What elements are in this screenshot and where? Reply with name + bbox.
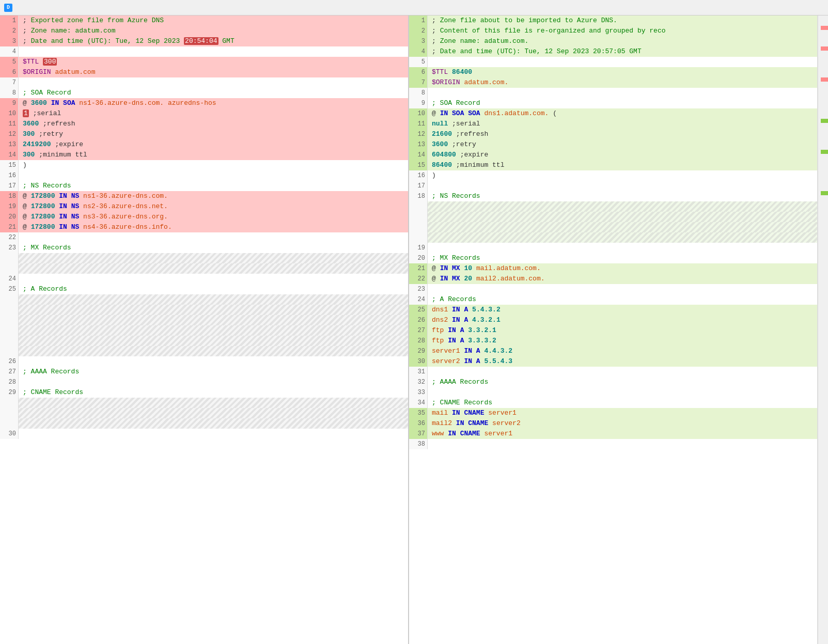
line-content	[19, 253, 408, 263]
scrollbar-marker-5	[821, 150, 828, 154]
line-number: 23	[0, 243, 19, 253]
diff-line: 32; AAAA Records	[409, 377, 817, 387]
line-content: server1 IN A 4.4.3.2	[428, 346, 817, 356]
diff-line: 5	[409, 57, 817, 67]
line-number: 14	[0, 150, 19, 160]
diff-line	[409, 222, 817, 232]
line-content: dns2 IN A 4.3.2.1	[428, 315, 817, 325]
diff-line: 13 3600 ;retry	[409, 139, 817, 150]
line-content: 300 ;minimum ttl	[19, 150, 408, 160]
line-number: 4	[409, 46, 428, 57]
app-icon: D	[4, 4, 12, 12]
line-content: ftp IN A 3.3.3.2	[428, 336, 817, 346]
diff-line: 24; A Records	[409, 294, 817, 305]
line-number: 24	[409, 294, 428, 305]
diff-line: 24	[0, 274, 408, 284]
line-number	[0, 408, 19, 418]
line-content	[19, 170, 408, 181]
line-content: ; AAAA Records	[428, 377, 817, 387]
line-number	[0, 346, 19, 356]
line-content	[428, 222, 817, 232]
line-content	[19, 294, 408, 305]
line-number	[409, 222, 428, 232]
line-number: 17	[409, 181, 428, 191]
diff-line: 16	[0, 170, 408, 181]
line-number: 33	[409, 387, 428, 398]
scrollbar-overview[interactable]	[818, 15, 828, 644]
diff-line	[0, 294, 408, 305]
diff-line: 4	[0, 46, 408, 57]
line-content: )	[19, 160, 408, 170]
diff-line: 30server2 IN A 5.5.4.3	[409, 356, 817, 367]
line-number: 37	[409, 429, 428, 439]
diff-line: 14 604800 ;expire	[409, 150, 817, 160]
line-content	[19, 398, 408, 408]
line-content: ; MX Records	[19, 243, 408, 253]
diff-line	[409, 212, 817, 222]
diff-line: 26	[0, 356, 408, 367]
line-content	[19, 305, 408, 315]
line-content: 604800 ;expire	[428, 150, 817, 160]
line-content: )	[428, 170, 817, 181]
line-number: 9	[0, 98, 19, 108]
diff-line: 2; Content of this file is re-organized …	[409, 26, 817, 36]
line-content: ; A Records	[428, 294, 817, 305]
line-content: 2419200 ;expire	[19, 139, 408, 150]
right-lines[interactable]: 1; Zone file about to be imported to Azu…	[409, 15, 817, 644]
line-number: 20	[0, 212, 19, 222]
line-content	[19, 46, 408, 57]
diff-line: 38	[409, 439, 817, 449]
diff-line: 27ftp IN A 3.3.2.1	[409, 325, 817, 336]
line-number: 10	[0, 108, 19, 119]
diff-line: 2; Zone name: adatum.com	[0, 26, 408, 36]
diff-line: 12 21600 ;refresh	[409, 129, 817, 139]
line-content: null ;serial	[428, 119, 817, 129]
line-number: 6	[0, 67, 19, 77]
diff-line: 13 2419200 ;expire	[0, 139, 408, 150]
line-content: 300 ;retry	[19, 129, 408, 139]
line-content: ; NS Records	[428, 191, 817, 201]
diff-line: 22	[0, 232, 408, 243]
line-number: 3	[409, 36, 428, 46]
line-number	[0, 325, 19, 336]
diff-line: 20@ 172800 IN NS ns3-36.azure-dns.org.	[0, 212, 408, 222]
diff-line: 21@ 172800 IN NS ns4-36.azure-dns.info.	[0, 222, 408, 232]
diff-line: 23; MX Records	[0, 243, 408, 253]
diff-line: 36mail2 IN CNAME server2	[409, 418, 817, 429]
line-content: ; SOA Record	[19, 88, 408, 98]
line-number: 19	[0, 201, 19, 212]
diff-line: 28	[0, 377, 408, 387]
line-number: 15	[0, 160, 19, 170]
line-number: 24	[0, 274, 19, 284]
line-content: ; A Records	[19, 284, 408, 294]
title-bar: D	[0, 0, 828, 15]
line-content: ; CNAME Records	[428, 398, 817, 408]
diff-line	[0, 336, 408, 346]
line-content	[428, 387, 817, 398]
line-content	[19, 408, 408, 418]
line-content	[428, 232, 817, 243]
diff-line: 17	[409, 181, 817, 191]
line-number: 8	[409, 88, 428, 98]
line-content: ; Exported zone file from Azure DNS	[19, 15, 408, 26]
line-content	[19, 325, 408, 336]
line-number: 26	[409, 315, 428, 325]
line-content: mail2 IN CNAME server2	[428, 418, 817, 429]
diff-line: 4; Date and time (UTC): Tue, 12 Sep 2023…	[409, 46, 817, 57]
diff-line	[0, 305, 408, 315]
diff-line: 11 3600 ;refresh	[0, 119, 408, 129]
line-content: 21600 ;refresh	[428, 129, 817, 139]
diff-line: 11 null ;serial	[409, 119, 817, 129]
diff-line: 10@ IN SOA SOA dns1.adatum.com. (	[409, 108, 817, 119]
line-content: @ IN MX 10 mail.adatum.com.	[428, 263, 817, 274]
line-content: $TTL 86400	[428, 67, 817, 77]
line-content: ; MX Records	[428, 253, 817, 263]
left-lines[interactable]: 1; Exported zone file from Azure DNS2; Z…	[0, 15, 408, 644]
line-number	[409, 212, 428, 222]
diff-line	[0, 418, 408, 429]
diff-line: 9@ 3600 IN SOA ns1-36.azure-dns.com. azu…	[0, 98, 408, 108]
line-content	[19, 77, 408, 88]
diff-line: 3; Zone name: adatum.com.	[409, 36, 817, 46]
line-number	[0, 263, 19, 274]
diff-line	[409, 201, 817, 212]
